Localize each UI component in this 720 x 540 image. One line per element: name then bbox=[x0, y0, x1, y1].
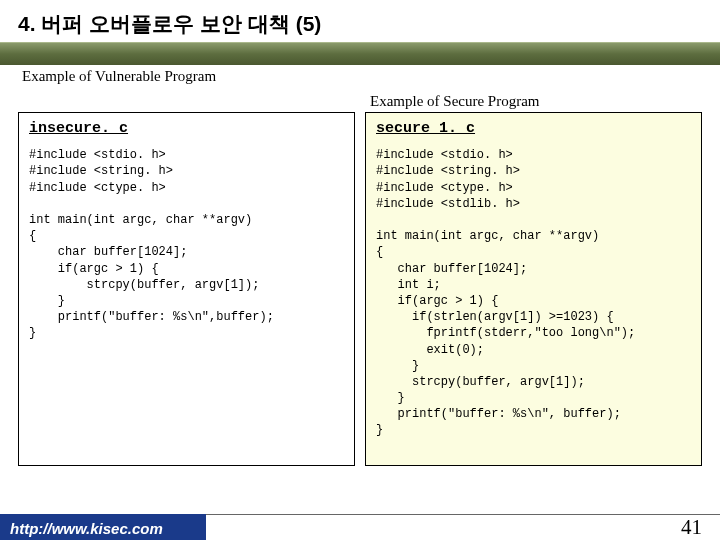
insecure-code: #include <stdio. h> #include <string. h>… bbox=[29, 147, 344, 341]
footer-url: http://www.kisec.com bbox=[0, 514, 206, 540]
code-boxes: insecure. c #include <stdio. h> #include… bbox=[0, 112, 720, 466]
secure-label: Example of Secure Program bbox=[370, 93, 720, 110]
insecure-filename: insecure. c bbox=[29, 119, 344, 139]
page-number: 41 bbox=[681, 515, 702, 540]
header-stripe bbox=[0, 42, 720, 65]
secure-code: #include <stdio. h> #include <string. h>… bbox=[376, 147, 691, 438]
insecure-code-box: insecure. c #include <stdio. h> #include… bbox=[18, 112, 355, 466]
footer: http://www.kisec.com 41 bbox=[0, 514, 720, 540]
footer-right: 41 bbox=[206, 514, 720, 540]
slide-title: 4. 버퍼 오버플로우 보안 대책 (5) bbox=[0, 0, 720, 38]
vulnerable-label: Example of Vulnerable Program bbox=[22, 68, 720, 85]
secure-filename: secure 1. c bbox=[376, 119, 691, 139]
secure-code-box: secure 1. c #include <stdio. h> #include… bbox=[365, 112, 702, 466]
